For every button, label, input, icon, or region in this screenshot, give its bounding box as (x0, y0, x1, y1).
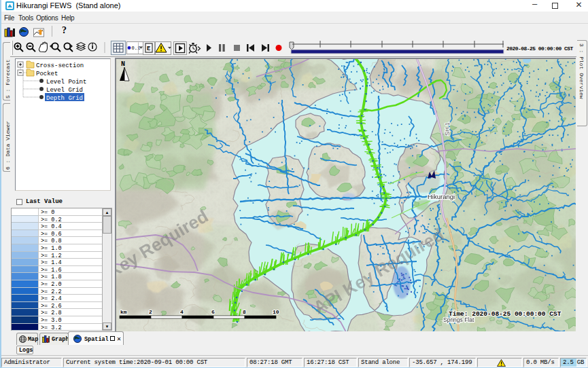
svg-text:Cross-section: Cross-section (36, 62, 84, 69)
svg-text:Level Grid: Level Grid (46, 87, 83, 94)
svg-text:2: 2 (149, 309, 152, 315)
svg-text:Depth Grid: Depth Grid (46, 95, 83, 102)
svg-text:SH 1: SH 1 (444, 122, 451, 136)
svg-text:E: E (147, 45, 151, 52)
svg-text:4: 4 (180, 309, 184, 315)
svg-text:Hikurangi: Hikurangi (428, 193, 455, 200)
svg-text:Pocket: Pocket (36, 71, 58, 77)
svg-text:0.1: 0.1 (132, 45, 141, 51)
svg-text:10: 10 (273, 309, 279, 315)
svg-text:6: 6 (211, 309, 215, 315)
svg-text:N: N (121, 60, 125, 68)
svg-text:8: 8 (243, 309, 246, 315)
svg-text:Level Point: Level Point (46, 79, 86, 86)
svg-text:Time: 2020-08-25 00:00:00 CST: Time: 2020-08-25 00:00:00 CST (449, 310, 561, 318)
svg-text:km: km (120, 309, 127, 315)
